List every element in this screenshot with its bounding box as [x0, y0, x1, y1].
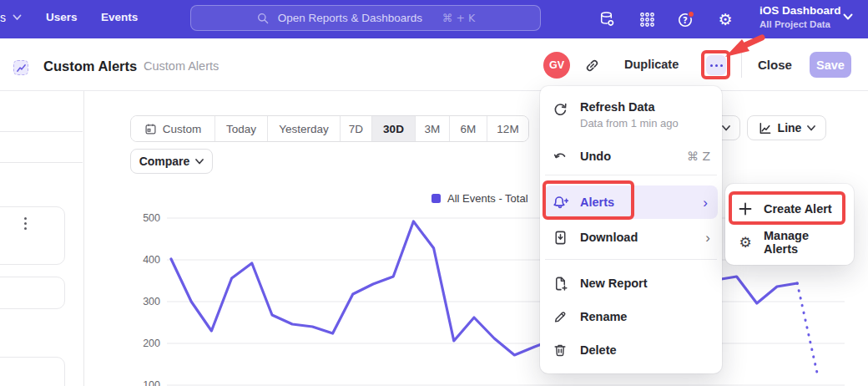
menu-item-label: Delete: [580, 343, 710, 357]
menu-item-download[interactable]: Download ›: [540, 221, 722, 254]
menu-item-delete[interactable]: Delete: [540, 333, 722, 367]
menu-item-label: Rename: [580, 310, 710, 323]
range-3m[interactable]: 3M: [416, 116, 450, 141]
submenu-item-label: Create Alert: [764, 202, 842, 216]
nav-fragment-label: s: [0, 11, 6, 24]
new-report-icon: [552, 275, 568, 292]
copy-link-icon[interactable]: [584, 58, 600, 74]
project-name: iOS Dashboard: [760, 4, 841, 17]
sidebar-section-divider: [0, 162, 83, 163]
report-header: Custom Alerts Custom Alerts GV Duplicate…: [0, 38, 868, 91]
close-button[interactable]: Close: [758, 58, 792, 72]
range-label: 30D: [383, 123, 404, 135]
search-placeholder: Open Reports & Dashboards: [278, 12, 422, 24]
compare-label: Compare: [139, 155, 190, 168]
data-management-icon[interactable]: [596, 8, 618, 30]
calendar-icon: [144, 123, 157, 135]
range-today[interactable]: Today: [215, 116, 268, 141]
menu-item-label: New Report: [580, 277, 710, 290]
range-30d[interactable]: 30D: [372, 116, 416, 141]
y-axis-tick: 200: [125, 338, 160, 349]
global-search-input[interactable]: Open Reports & Dashboards ⌘ + K: [190, 5, 541, 31]
project-chevron-down-icon[interactable]: [843, 13, 853, 21]
download-icon: [552, 229, 568, 246]
menu-item-rename[interactable]: Rename: [540, 300, 722, 333]
plus-icon: [737, 201, 754, 217]
project-switcher[interactable]: iOS Dashboard All Project Data: [760, 4, 841, 29]
menu-item-undo[interactable]: Undo ⌘ Z: [540, 140, 722, 173]
menu-item-shortcut: ⌘ Z: [687, 150, 710, 163]
line-chart-icon: [758, 121, 772, 135]
legend-label: All Events - Total: [447, 192, 528, 205]
sidebar-card[interactable]: [0, 206, 65, 265]
settings-gear-icon[interactable]: ⚙: [714, 8, 736, 30]
chart-legend[interactable]: All Events - Total: [431, 192, 528, 205]
gear-icon: ⚙: [737, 234, 754, 251]
chevron-down-icon: [722, 125, 730, 131]
chevron-down-icon: [13, 14, 22, 21]
help-icon[interactable]: ?: [675, 8, 697, 30]
chevron-down-icon: [195, 159, 204, 165]
alerts-submenu: Create Alert ⚙ Manage Alerts: [725, 184, 854, 265]
legend-swatch: [431, 194, 441, 203]
menu-item-subtext: Data from 1 min ago: [580, 117, 679, 130]
nav-fragment[interactable]: s: [0, 11, 22, 24]
sidebar-section-divider: [0, 131, 83, 132]
range-6m[interactable]: 6M: [450, 116, 487, 141]
search-icon: [256, 12, 270, 25]
nav-item-users[interactable]: Users: [46, 11, 78, 23]
search-shortcut: ⌘ + K: [442, 12, 475, 24]
submenu-item-create-alert[interactable]: Create Alert: [725, 192, 854, 226]
range-label: 6M: [461, 123, 477, 135]
avatar[interactable]: GV: [543, 52, 570, 79]
project-scope: All Project Data: [760, 19, 841, 29]
chevron-right-icon: ›: [703, 196, 708, 210]
header-divider: [741, 52, 742, 78]
y-axis-tick: 300: [125, 296, 160, 307]
pencil-icon: [552, 308, 568, 325]
trash-icon: [552, 342, 568, 358]
chevron-right-icon: ›: [705, 231, 710, 245]
save-button[interactable]: Save: [810, 52, 851, 78]
sidebar-card[interactable]: [0, 277, 65, 309]
more-vertical-icon[interactable]: [24, 217, 27, 230]
range-label: 12M: [497, 123, 518, 135]
range-yesterday[interactable]: Yesterday: [268, 116, 341, 141]
menu-item-label: Download: [580, 231, 705, 244]
duplicate-button[interactable]: Duplicate: [624, 58, 679, 71]
menu-divider: [545, 175, 717, 175]
top-navbar: s Users Events Open Reports & Dashboards…: [0, 0, 868, 38]
menu-item-alerts[interactable]: Alerts ›: [544, 185, 718, 219]
page-title: Custom Alerts: [43, 58, 137, 74]
chart-type-button[interactable]: Line: [747, 115, 826, 140]
range-label: 3M: [425, 123, 441, 135]
range-label: Custom: [163, 123, 202, 135]
range-custom[interactable]: Custom: [131, 116, 215, 141]
more-options-button[interactable]: [706, 55, 726, 75]
range-label: Today: [226, 123, 256, 135]
menu-item-new-report[interactable]: New Report: [540, 267, 722, 300]
sidebar-divider: [83, 90, 84, 386]
menu-item-refresh-data[interactable]: Refresh Data Data from 1 min ago: [540, 94, 722, 136]
chart-type-label: Line: [778, 121, 802, 135]
context-menu: Refresh Data Data from 1 min ago Undo ⌘ …: [540, 86, 722, 373]
menu-divider: [545, 259, 717, 260]
menu-item-label: Refresh Data: [580, 100, 679, 114]
apps-grid-icon[interactable]: [636, 8, 658, 30]
breadcrumb: Custom Alerts: [144, 59, 219, 73]
y-axis-tick: 500: [125, 212, 160, 224]
nav-item-events[interactable]: Events: [101, 11, 138, 23]
alert-bell-plus-icon: [552, 194, 568, 211]
compare-button[interactable]: Compare: [130, 149, 213, 174]
submenu-item-label: Manage Alerts: [764, 229, 842, 256]
sidebar-card[interactable]: [0, 357, 65, 386]
undo-icon: [552, 148, 568, 165]
range-7d[interactable]: 7D: [341, 116, 372, 141]
y-axis-tick: 100: [125, 379, 160, 386]
chevron-down-icon: [807, 125, 815, 131]
report-logo-icon: [13, 60, 28, 75]
y-axis-tick: 400: [125, 254, 160, 266]
submenu-item-manage-alerts[interactable]: ⚙ Manage Alerts: [725, 226, 854, 259]
menu-item-label: Alerts: [580, 196, 703, 209]
range-12m[interactable]: 12M: [487, 116, 528, 141]
